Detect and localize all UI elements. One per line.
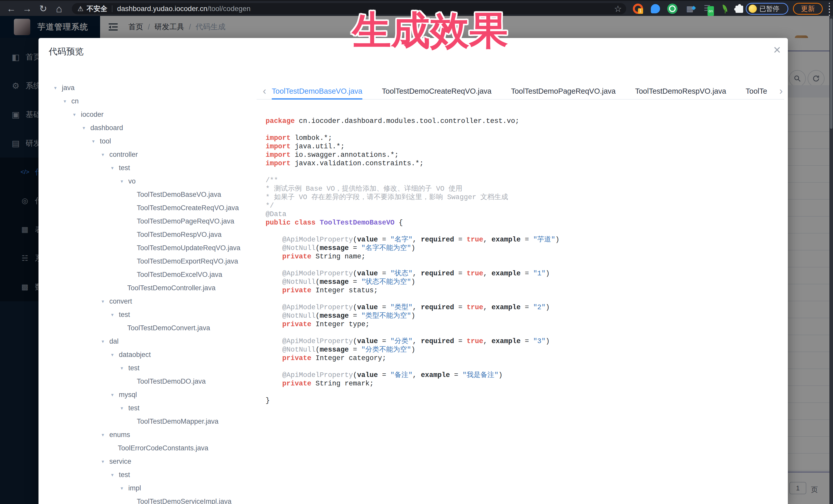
- tree-dir-test[interactable]: ▾test: [39, 401, 259, 415]
- tree-dir-cn[interactable]: ▾cn: [39, 94, 259, 108]
- orange-ring-icon[interactable]: 1: [633, 4, 643, 14]
- tree-file-ToolTestDemoMapper.java[interactable]: ToolTestDemoMapper.java: [39, 415, 259, 428]
- tree-node-label: enums: [109, 431, 130, 439]
- tree-node-label: cn: [71, 97, 79, 105]
- tree-file-ToolTestDemoExportReqVO.java[interactable]: ToolTestDemoExportReqVO.java: [39, 255, 259, 268]
- list-on-icon[interactable]: ☰on: [702, 4, 712, 14]
- blue-diamond-grid-icon[interactable]: ▦◆: [685, 4, 695, 14]
- tree-dir-test[interactable]: ▾test: [39, 468, 259, 481]
- tree-dir-test[interactable]: ▾test: [39, 308, 259, 321]
- tree-file-ToolTestDemoController.java[interactable]: ToolTestDemoController.java: [39, 281, 259, 295]
- tree-dir-iocoder[interactable]: ▾iocoder: [39, 108, 259, 121]
- caret-down-icon[interactable]: ▾: [102, 298, 109, 304]
- address-bar[interactable]: ⚠ 不安全 dashboard.yudao.iocoder.cn/tool/co…: [72, 3, 626, 15]
- caret-down-icon[interactable]: ▾: [111, 392, 119, 398]
- tree-dir-enums[interactable]: ▾enums: [39, 428, 259, 441]
- tree-dir-test[interactable]: ▾test: [39, 161, 259, 174]
- tree-node-label: ToolTestDemoServiceImpl.java: [137, 498, 232, 504]
- code-viewer: package cn.iocoder.dashboard.modules.too…: [266, 117, 779, 405]
- puzzle-icon[interactable]: [735, 4, 745, 14]
- tree-node-label: test: [119, 164, 130, 172]
- caret-down-icon[interactable]: ▾: [121, 405, 128, 411]
- tree-file-ToolTestDemoConvert.java[interactable]: ToolTestDemoConvert.java: [39, 321, 259, 335]
- bookmark-star-icon[interactable]: ☆: [611, 1, 625, 17]
- back-icon[interactable]: ←: [4, 1, 19, 17]
- warning-icon: ⚠: [77, 5, 84, 13]
- tree-file-ToolErrorCodeConstants.java[interactable]: ToolErrorCodeConstants.java: [39, 441, 259, 455]
- tree-dir-dataobject[interactable]: ▾dataobject: [39, 348, 259, 361]
- caret-down-icon[interactable]: ▾: [111, 165, 119, 171]
- url-path[interactable]: /tool/codegen: [207, 5, 251, 13]
- not-secure-label[interactable]: 不安全: [87, 4, 107, 13]
- tab-ToolTestDemoRespVO.java[interactable]: ToolTestDemoRespVO.java: [635, 83, 726, 100]
- tabs-scroll-right-icon[interactable]: ›: [779, 85, 783, 97]
- code-line: [266, 125, 779, 134]
- caret-down-icon[interactable]: ▾: [111, 472, 119, 478]
- caret-down-icon[interactable]: ▾: [82, 125, 90, 131]
- url-host[interactable]: dashboard.yudao.iocoder.cn: [117, 5, 207, 13]
- close-icon[interactable]: ×: [769, 42, 785, 57]
- forward-icon[interactable]: →: [20, 1, 34, 17]
- tree-node-label: ToolTestDemoUpdateReqVO.java: [137, 244, 240, 252]
- blue-drop-icon[interactable]: [651, 4, 660, 13]
- caret-down-icon[interactable]: ▾: [102, 459, 109, 464]
- tree-dir-mysql[interactable]: ▾mysql: [39, 388, 259, 401]
- tree-node-label: dataobject: [119, 351, 151, 359]
- tab-ToolTestDemoPageReqVO.java[interactable]: ToolTestDemoPageReqVO.java: [511, 83, 616, 100]
- home-icon[interactable]: ⌂: [52, 1, 66, 17]
- tree-dir-dashboard[interactable]: ▾dashboard: [39, 121, 259, 135]
- tree-node-label: service: [109, 458, 132, 465]
- tab-ToolTestDemoBaseVO.java[interactable]: ToolTestDemoBaseVO.java: [272, 83, 362, 100]
- browser-menu-icon[interactable]: ⋮⋮⋮: [825, 4, 830, 14]
- caret-down-icon[interactable]: ▾: [111, 312, 119, 318]
- tree-dir-vo[interactable]: ▾vo: [39, 174, 259, 188]
- scrollbar-thumb[interactable]: [830, 19, 832, 129]
- tree-dir-java[interactable]: ▾java: [39, 81, 259, 94]
- code-line: @ApiModelProperty(value = "名字", required…: [266, 236, 779, 244]
- tree-dir-controller[interactable]: ▾controller: [39, 148, 259, 161]
- tree-dir-test[interactable]: ▾test: [39, 361, 259, 375]
- tab-ToolTestDemoCreateReqVO.java[interactable]: ToolTestDemoCreateReqVO.java: [382, 83, 492, 100]
- caret-down-icon[interactable]: ▾: [54, 85, 62, 91]
- reload-icon[interactable]: ↻: [36, 1, 50, 17]
- caret-down-icon[interactable]: ▾: [121, 365, 128, 371]
- caret-down-icon[interactable]: ▾: [111, 352, 119, 358]
- caret-down-icon[interactable]: ▾: [92, 138, 100, 144]
- code-line: private Integer type;: [266, 320, 779, 329]
- green-plant-icon[interactable]: [720, 4, 730, 14]
- tree-file-ToolTestDemoDO.java[interactable]: ToolTestDemoDO.java: [39, 375, 259, 388]
- code-line: package cn.iocoder.dashboard.modules.too…: [266, 117, 779, 125]
- caret-down-icon[interactable]: ▾: [121, 485, 128, 491]
- caret-down-icon[interactable]: ▾: [102, 338, 109, 344]
- tree-dir-convert[interactable]: ▾convert: [39, 295, 259, 308]
- tree-file-ToolTestDemoExcelVO.java[interactable]: ToolTestDemoExcelVO.java: [39, 268, 259, 281]
- caret-down-icon[interactable]: ▾: [102, 152, 109, 158]
- tree-file-ToolTestDemoServiceImpl.java[interactable]: ToolTestDemoServiceImpl.java: [39, 495, 259, 504]
- browser-update-button[interactable]: 更新: [793, 3, 823, 15]
- caret-down-icon[interactable]: ▾: [73, 112, 81, 118]
- code-line: [266, 261, 779, 269]
- tree-node-label: test: [128, 364, 140, 372]
- tree-node-label: ToolTestDemoExportReqVO.java: [137, 257, 238, 265]
- paused-extension-chip[interactable]: 已暂停: [746, 3, 788, 15]
- tree-dir-dal[interactable]: ▾dal: [39, 335, 259, 348]
- tree-file-ToolTestDemoCreateReqVO.java[interactable]: ToolTestDemoCreateReqVO.java: [39, 201, 259, 215]
- code-preview-dialog: 代码预览 × ▾java▾cn▾iocoder▾dashboard▾tool▾c…: [39, 38, 788, 504]
- tree-node-label: controller: [109, 151, 138, 159]
- green-target-icon[interactable]: [667, 4, 677, 14]
- tree-dir-service[interactable]: ▾service: [39, 455, 259, 468]
- caret-down-icon[interactable]: ▾: [64, 98, 71, 104]
- tree-dir-impl[interactable]: ▾impl: [39, 481, 259, 495]
- code-line: private String remark;: [266, 380, 779, 388]
- tree-file-ToolTestDemoRespVO.java[interactable]: ToolTestDemoRespVO.java: [39, 228, 259, 241]
- caret-down-icon[interactable]: ▾: [102, 432, 109, 438]
- tree-file-ToolTestDemoUpdateReqVO.java[interactable]: ToolTestDemoUpdateReqVO.java: [39, 241, 259, 255]
- page-scrollbar[interactable]: [829, 16, 833, 504]
- tree-file-ToolTestDemoPageReqVO.java[interactable]: ToolTestDemoPageReqVO.java: [39, 215, 259, 228]
- tab-ToolTe[interactable]: ToolTe: [746, 83, 767, 100]
- tree-file-ToolTestDemoBaseVO.java[interactable]: ToolTestDemoBaseVO.java: [39, 188, 259, 201]
- tabs-scroll-left-icon[interactable]: ‹: [263, 85, 266, 97]
- caret-down-icon[interactable]: ▾: [121, 178, 128, 184]
- code-line: * 如果子 VO 存在差异的字段，请不要添加到这里，影响 Swagger 文档生…: [266, 193, 779, 202]
- tree-dir-tool[interactable]: ▾tool: [39, 135, 259, 148]
